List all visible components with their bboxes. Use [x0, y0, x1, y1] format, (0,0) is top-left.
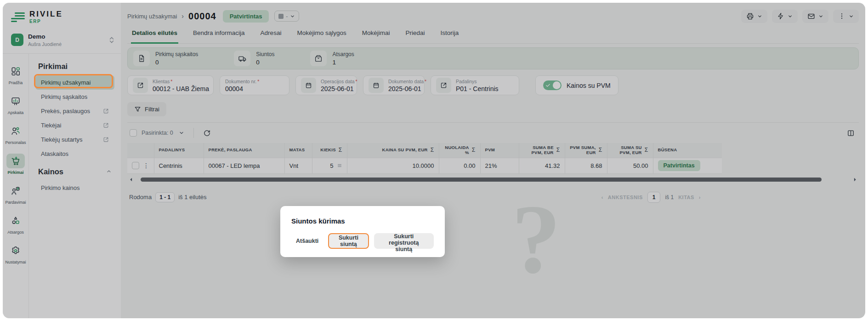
modal-backdrop[interactable] — [3, 3, 865, 318]
siuntos-kurimas-modal: Siuntos kūrimas Atšaukti Sukurti siuntą … — [280, 206, 445, 257]
cancel-button[interactable]: Atšaukti — [291, 233, 323, 249]
create-shipment-button[interactable]: Sukurti siuntą — [328, 233, 369, 249]
modal-title: Siuntos kūrimas — [291, 217, 434, 225]
create-registered-shipment-button[interactable]: Sukurti registruotą siuntą — [374, 233, 434, 249]
app-window: RIVILE ERP D Demo Aušra Juodienė Pradžia — [3, 3, 865, 318]
